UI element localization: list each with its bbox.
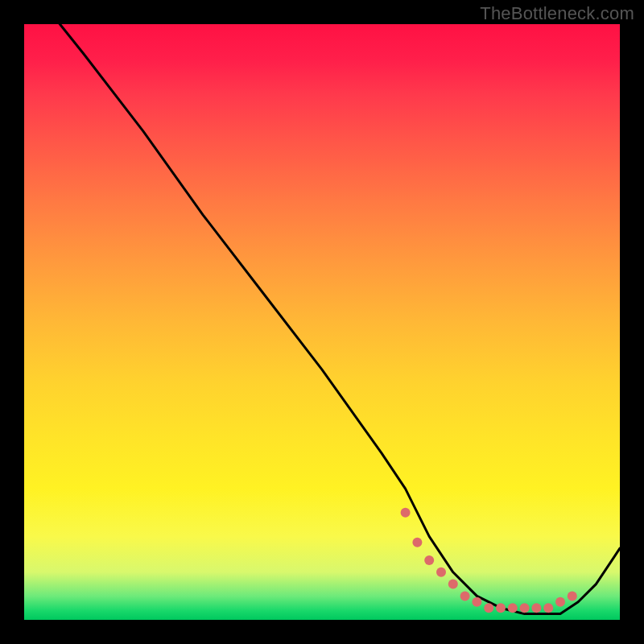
valley-dot bbox=[520, 603, 530, 613]
valley-dot bbox=[401, 508, 411, 518]
valley-dot bbox=[436, 568, 446, 577]
valley-dot bbox=[496, 603, 506, 613]
valley-dot bbox=[472, 597, 481, 607]
valley-dot bbox=[568, 591, 577, 601]
valley-dot bbox=[484, 603, 493, 613]
valley-dot bbox=[448, 580, 458, 589]
valley-dots bbox=[401, 508, 577, 613]
valley-dot bbox=[531, 603, 541, 613]
curve-line bbox=[24, 0, 620, 614]
valley-dot bbox=[460, 591, 470, 601]
valley-dot bbox=[424, 555, 434, 565]
valley-dot bbox=[543, 603, 553, 613]
gradient-plot-area bbox=[24, 24, 620, 620]
attribution-label: TheBottleneck.com bbox=[480, 3, 634, 24]
chart-svg bbox=[24, 24, 620, 620]
valley-dot bbox=[555, 597, 565, 607]
valley-dot bbox=[412, 538, 422, 547]
valley-dot bbox=[508, 603, 518, 613]
chart-frame: TheBottleneck.com bbox=[0, 0, 644, 644]
